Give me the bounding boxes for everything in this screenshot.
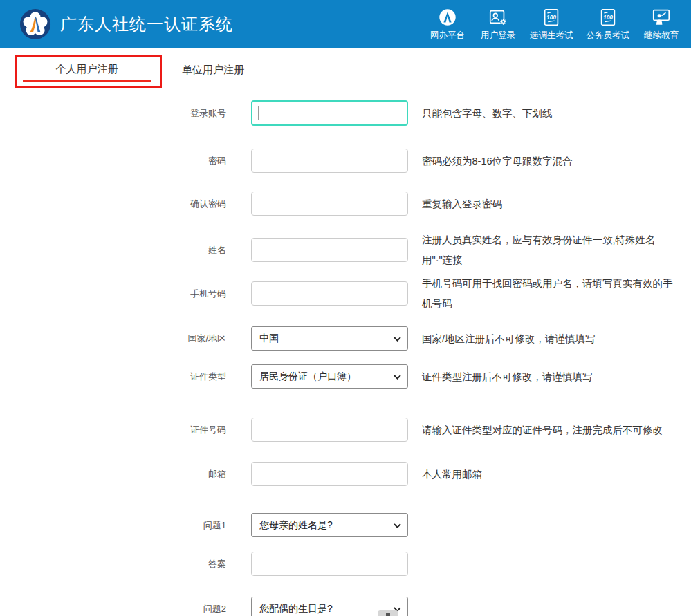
nav-label: 选调生考试 [530,30,573,41]
id-type-row: 证件类型 居民身份证（户口簿） 证件类型注册后不可修改，请谨慎填写 [0,364,691,389]
password-input[interactable] [251,149,408,173]
field-hint: 请输入证件类型对应的证件号码，注册完成后不可修改 [422,420,679,440]
nav-continuing-education[interactable]: 继续教育 [643,7,680,41]
site-logo-icon [19,8,51,40]
portal-logo-icon [437,7,458,28]
nav-civil-servant-exam[interactable]: 100 公务员考试 [587,7,630,41]
teacher-board-icon [651,7,672,28]
user-card-gear-icon [488,7,508,28]
app-header: 广东人社统一认证系统 网办平台 用户登录 [0,0,691,48]
header-nav: 网办平台 用户登录 100 选调生考试 [429,0,680,48]
question2-select-value: 您配偶的生日是? [259,603,333,615]
answer-input[interactable] [251,552,408,576]
field-label: 确认密码 [0,192,226,216]
field-label: 登录账号 [0,101,226,125]
tab-unit-register-label: 单位用户注册 [182,64,244,75]
mobile-row: 手机号码 手机号码可用于找回密码或用户名，请填写真实有效的手机号码 [0,281,691,306]
question2-row: 问题2 您配偶的生日是? [0,597,691,616]
nav-user-login[interactable]: 用户登录 [479,7,517,41]
exam-score-100-icon: 100 [541,7,562,28]
nav-xuandiaosheng-exam[interactable]: 100 选调生考试 [530,7,573,41]
email-row: 邮箱 本人常用邮箱 [0,462,691,486]
field-hint: 注册人员真实姓名，应与有效身份证件一致,特殊姓名用"·"连接 [422,230,679,270]
field-label: 证件类型 [0,364,226,389]
country-select-value: 中国 [259,333,279,345]
field-hint: 手机号码可用于找回密码或用户名，请填写真实有效的手机号码 [422,274,679,314]
field-hint: 只能包含字母、数字、下划线 [422,103,679,123]
confirm-password-input[interactable] [251,192,408,216]
field-hint: 证件类型注册后不可修改，请谨慎填写 [422,366,679,386]
login-account-input[interactable] [251,100,408,126]
nav-label: 继续教育 [644,30,679,41]
exam-score-100-icon: 100 [598,7,618,28]
question1-select[interactable]: 您母亲的姓名是? [251,513,408,537]
tab-personal-register-label: 个人用户注册 [56,63,118,75]
tab-personal-register[interactable]: 个人用户注册 [23,62,151,82]
question1-select-value: 您母亲的姓名是? [259,519,333,532]
svg-text:100: 100 [603,14,613,21]
svg-text:100: 100 [546,14,556,21]
field-label: 答案 [0,552,226,576]
nav-web-platform[interactable]: 网办平台 [429,7,466,41]
id-type-select-value: 居民身份证（户口簿） [259,371,356,383]
brand: 广东人社统一认证系统 [19,0,233,48]
field-label: 国家/地区 [0,326,226,351]
mobile-input[interactable] [251,281,408,306]
chevron-down-icon [394,523,401,528]
field-label: 问题1 [0,513,226,537]
field-hint: 密码必须为8-16位字母跟数字混合 [422,151,679,171]
id-number-input[interactable] [251,418,408,442]
nav-label: 用户登录 [481,30,515,41]
field-label: 密码 [0,149,226,173]
email-input[interactable] [251,462,408,486]
field-hint: 重复输入登录密码 [422,194,679,214]
login-account-row: 登录账号 只能包含字母、数字、下划线 [0,101,691,125]
id-type-select[interactable]: 居民身份证（户口簿） [251,364,408,389]
field-hint: 国家/地区注册后不可修改，请谨慎填写 [422,328,679,348]
field-label: 证件号码 [0,418,226,442]
name-input[interactable] [251,238,408,262]
text-caret [258,106,259,120]
field-label: 问题2 [0,597,226,616]
site-title: 广东人社统一认证系统 [60,13,233,35]
chevron-down-icon [394,337,401,342]
nav-label: 公务员考试 [587,30,630,41]
tab-unit-register[interactable]: 单位用户注册 [182,64,244,77]
answer-row: 答案 [0,552,691,576]
id-number-row: 证件号码 请输入证件类型对应的证件号码，注册完成后不可修改 [0,418,691,442]
field-label: 手机号码 [0,281,226,306]
partial-clipped-element [378,610,398,616]
confirm-password-row: 确认密码 重复输入登录密码 [0,192,691,216]
field-hint: 本人常用邮箱 [422,464,679,484]
nav-label: 网办平台 [430,30,465,41]
chevron-down-icon [394,375,401,380]
field-label: 邮箱 [0,462,226,486]
country-select[interactable]: 中国 [251,326,408,351]
field-label: 姓名 [0,238,226,262]
password-row: 密码 密码必须为8-16位字母跟数字混合 [0,149,691,173]
country-row: 国家/地区 中国 国家/地区注册后不可修改，请谨慎填写 [0,326,691,351]
question1-row: 问题1 您母亲的姓名是? [0,513,691,537]
name-row: 姓名 注册人员真实姓名，应与有效身份证件一致,特殊姓名用"·"连接 [0,238,691,262]
